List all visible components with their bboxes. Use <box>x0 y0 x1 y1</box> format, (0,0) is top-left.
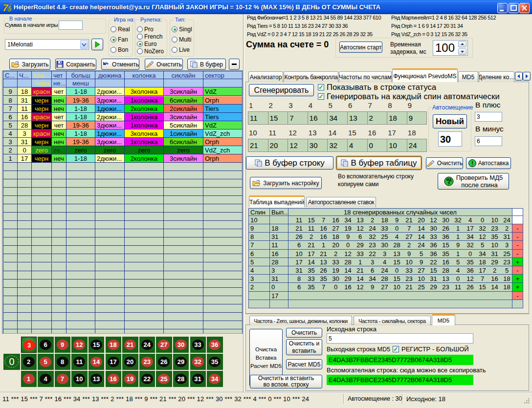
svg-text:0: 0 <box>9 356 14 367</box>
svg-text:5: 5 <box>448 181 450 185</box>
svg-text:!: ! <box>471 160 473 166</box>
